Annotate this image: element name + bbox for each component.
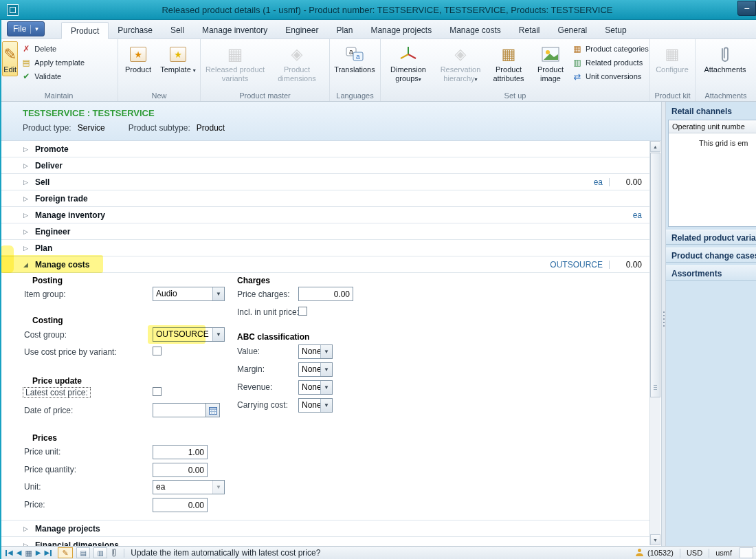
price-unit-input[interactable] xyxy=(153,445,208,459)
fasttab-foreign-trade[interactable]: ▷ Foreign trade xyxy=(0,190,649,207)
date-of-price-input[interactable] xyxy=(153,403,206,417)
next-record-button[interactable]: ▶ xyxy=(36,549,41,556)
dropdown-arrow-icon[interactable]: ▼ xyxy=(320,345,332,358)
fasttab-engineer[interactable]: ▷ Engineer xyxy=(0,223,649,240)
item-group-value: Audio xyxy=(153,287,212,300)
attachments-button[interactable]: Attachments xyxy=(698,41,753,76)
tab-plan[interactable]: Plan xyxy=(327,21,362,39)
edit-button-label: Edit xyxy=(3,65,16,74)
delete-button[interactable]: ✗ Delete xyxy=(20,43,86,54)
previous-record-button[interactable]: ◀ xyxy=(16,549,22,556)
item-group-combo[interactable]: Audio ▼ xyxy=(153,287,225,301)
abc-carrying-cost-label: Carrying cost: xyxy=(237,400,288,410)
company-indicator[interactable]: usmf xyxy=(715,549,732,557)
fasttab-financial-dimensions[interactable]: ▷ Financial dimensions xyxy=(0,537,649,546)
abc-revenue-combo[interactable]: None ▼ xyxy=(298,380,333,395)
dropdown-arrow-icon[interactable]: ▼ xyxy=(320,381,332,394)
tab-product[interactable]: Product xyxy=(61,22,109,39)
new-template-button[interactable]: ★ Template ▾ xyxy=(158,41,198,76)
factbox-assortments-header[interactable]: Assortments xyxy=(666,265,756,281)
tab-retail[interactable]: Retail xyxy=(510,21,549,39)
fasttab-manage-inventory[interactable]: ▷ Manage inventory ea xyxy=(0,207,649,223)
factbox-retail-channels-header[interactable]: Retail channels xyxy=(666,102,756,120)
first-record-button[interactable]: ◀ xyxy=(5,549,13,556)
unit-combo[interactable]: ea ▼ xyxy=(153,480,225,494)
released-product-variants-label: Released product variants xyxy=(205,65,265,83)
configure-button: ▦ Configure xyxy=(652,41,692,76)
ribbon-group-new-body: ★ Product ★ Template ▾ xyxy=(120,41,198,90)
ribbon-group-product-master: ▦ Released product variants ◈ Product di… xyxy=(201,39,330,101)
dropdown-arrow-icon[interactable]: ▼ xyxy=(212,481,224,494)
dropdown-arrow-icon[interactable]: ▼ xyxy=(212,287,224,300)
validate-button[interactable]: ✔ Validate xyxy=(20,71,86,82)
tab-manage-costs[interactable]: Manage costs xyxy=(441,21,510,39)
price-quantity-input[interactable] xyxy=(153,463,208,477)
price-charges-input[interactable] xyxy=(298,287,353,301)
scroll-up-button[interactable]: ▲ xyxy=(650,141,660,152)
tab-sell[interactable]: Sell xyxy=(162,21,193,39)
product-categories-button[interactable]: ▦ Product categories xyxy=(571,43,650,54)
fasttab-sell[interactable]: ▷ Sell ea 0.00 xyxy=(0,174,649,190)
fasttab-deliver[interactable]: ▷ Deliver xyxy=(0,157,649,174)
fasttab-promote[interactable]: ▷ Promote xyxy=(0,141,649,157)
abc-value-combo[interactable]: None ▼ xyxy=(298,344,333,359)
translations-button[interactable]: aa Translations xyxy=(332,41,377,76)
minimize-button[interactable]: − xyxy=(737,1,756,16)
dimension-groups-button[interactable]: Dimension groups▾ xyxy=(383,41,434,85)
tab-manage-inventory[interactable]: Manage inventory xyxy=(193,21,276,39)
calendar-icon xyxy=(209,406,217,415)
use-cost-price-by-variant-checkbox[interactable] xyxy=(153,347,162,355)
dropdown-arrow-icon[interactable]: ▼ xyxy=(212,328,224,341)
unit-conversions-button[interactable]: ⇄ Unit conversions xyxy=(571,71,650,82)
fasttab-manage-costs[interactable]: ◢ Manage costs OUTSOURCE 0.00 xyxy=(0,256,649,273)
edit-mode-button[interactable]: ✎ xyxy=(58,547,73,558)
unit-label: Unit: xyxy=(24,482,41,492)
date-of-price-calendar-button[interactable] xyxy=(206,403,220,417)
ribbon-group-set-up: Dimension groups▾ ◈ Reservation hierarch… xyxy=(381,39,650,101)
notifications-icon[interactable] xyxy=(635,548,644,558)
latest-cost-price-checkbox[interactable] xyxy=(153,387,162,396)
edit-button[interactable]: ✎ Edit xyxy=(2,41,18,76)
grid-view-button[interactable]: ▦ xyxy=(25,549,32,557)
factbox-product-change-cases-header[interactable]: Product change cases xyxy=(666,248,756,263)
fasttab-manage-projects[interactable]: ▷ Manage projects xyxy=(0,520,649,537)
scroll-down-button[interactable]: ▼ xyxy=(650,534,660,545)
view-toggle-button-2[interactable]: ▥ xyxy=(93,547,107,558)
product-image-button[interactable]: Product image xyxy=(532,41,569,85)
factbox-related-product-variants-header[interactable]: Related product varia xyxy=(666,230,756,245)
tab-purchase[interactable]: Purchase xyxy=(109,21,162,39)
abc-revenue-label: Revenue: xyxy=(237,382,272,392)
currency-indicator[interactable]: USD xyxy=(687,549,702,557)
tab-retail-label: Retail xyxy=(519,25,540,35)
manage-costs-summary-group: OUTSOURCE xyxy=(550,260,603,270)
scrollbar-thumb[interactable] xyxy=(650,153,660,397)
new-product-button[interactable]: ★ Product xyxy=(120,41,156,76)
related-products-button[interactable]: ▥ Related products xyxy=(571,57,650,68)
tab-manage-costs-label: Manage costs xyxy=(449,25,501,35)
product-attributes-button[interactable]: ▦ Product attributes xyxy=(487,41,530,85)
sell-summary-unit: ea xyxy=(594,177,603,187)
tab-general[interactable]: General xyxy=(549,21,597,39)
view-toggle-button-1[interactable]: ▤ xyxy=(76,547,90,558)
fasttab-plan[interactable]: ▷ Plan xyxy=(0,240,649,256)
related-products-label: Related products xyxy=(586,58,643,67)
abc-carrying-cost-combo[interactable]: None ▼ xyxy=(298,398,333,413)
tab-engineer[interactable]: Engineer xyxy=(276,21,327,39)
cost-group-combo[interactable]: OUTSOURCE ▼ xyxy=(153,327,225,342)
last-record-button[interactable]: ▶ xyxy=(45,549,52,556)
dropdown-arrow-icon[interactable]: ▼ xyxy=(320,399,332,412)
price-input[interactable] xyxy=(153,498,208,512)
tab-manage-projects[interactable]: Manage projects xyxy=(362,21,441,39)
notification-count[interactable]: (10532) xyxy=(647,549,674,557)
set-up-small-buttons: ▦ Product categories ▥ Related products … xyxy=(571,41,650,82)
apply-template-button[interactable]: ▤ Apply template xyxy=(20,57,86,68)
file-menu-button[interactable]: File ▾ xyxy=(7,21,45,36)
tab-manage-projects-label: Manage projects xyxy=(370,25,432,35)
incl-in-unit-price-checkbox[interactable] xyxy=(298,307,307,316)
document-attachments-icon[interactable] xyxy=(111,548,118,558)
column-header-operating-unit-number[interactable]: Operating unit numbe xyxy=(669,120,756,133)
new-template-icon: ★ xyxy=(170,43,186,65)
dropdown-arrow-icon[interactable]: ▼ xyxy=(320,363,332,376)
abc-margin-combo[interactable]: None ▼ xyxy=(298,362,333,377)
tab-setup[interactable]: Setup xyxy=(596,21,635,39)
